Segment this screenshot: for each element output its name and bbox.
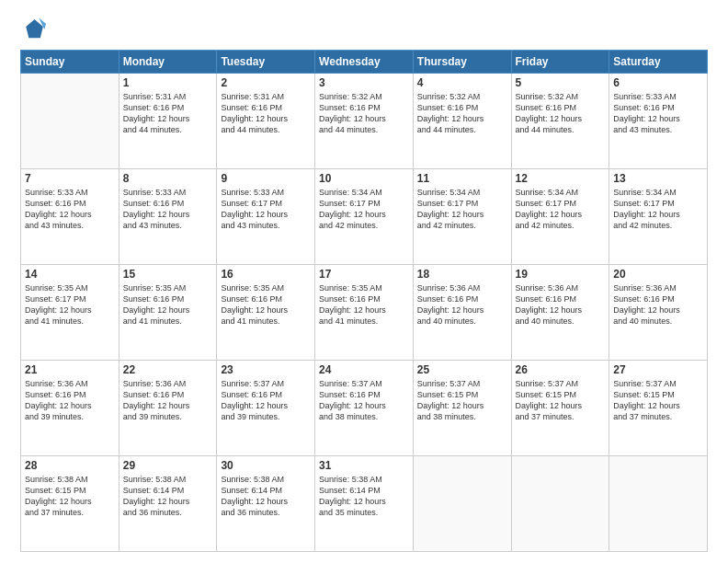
day-number: 27: [613, 363, 703, 376]
day-cell: 2Sunrise: 5:31 AM Sunset: 6:16 PM Daylig…: [217, 74, 315, 169]
day-cell: 22Sunrise: 5:36 AM Sunset: 6:16 PM Dayli…: [119, 361, 217, 456]
day-info: Sunrise: 5:32 AM Sunset: 6:16 PM Dayligh…: [516, 91, 606, 136]
day-info: Sunrise: 5:33 AM Sunset: 6:16 PM Dayligh…: [25, 187, 115, 232]
week-row-2: 7Sunrise: 5:33 AM Sunset: 6:16 PM Daylig…: [21, 169, 708, 265]
day-info: Sunrise: 5:38 AM Sunset: 6:14 PM Dayligh…: [123, 474, 213, 519]
day-cell: 11Sunrise: 5:34 AM Sunset: 6:17 PM Dayli…: [413, 169, 511, 265]
day-info: Sunrise: 5:33 AM Sunset: 6:17 PM Dayligh…: [221, 187, 311, 232]
day-cell: 24Sunrise: 5:37 AM Sunset: 6:16 PM Dayli…: [315, 361, 414, 456]
week-row-5: 28Sunrise: 5:38 AM Sunset: 6:15 PM Dayli…: [21, 456, 708, 552]
day-header-tuesday: Tuesday: [217, 51, 315, 74]
day-cell: 27Sunrise: 5:37 AM Sunset: 6:15 PM Dayli…: [609, 361, 708, 456]
day-number: 6: [613, 76, 703, 89]
day-cell: 14Sunrise: 5:35 AM Sunset: 6:17 PM Dayli…: [21, 265, 119, 361]
day-cell: 8Sunrise: 5:33 AM Sunset: 6:16 PM Daylig…: [119, 169, 217, 265]
day-number: 18: [417, 268, 507, 281]
header: [20, 17, 708, 42]
day-info: Sunrise: 5:35 AM Sunset: 6:16 PM Dayligh…: [123, 282, 213, 327]
day-number: 29: [123, 459, 213, 472]
day-info: Sunrise: 5:33 AM Sunset: 6:16 PM Dayligh…: [613, 91, 703, 136]
day-number: 17: [319, 268, 409, 281]
day-info: Sunrise: 5:31 AM Sunset: 6:16 PM Dayligh…: [221, 91, 311, 136]
week-row-3: 14Sunrise: 5:35 AM Sunset: 6:17 PM Dayli…: [21, 265, 708, 361]
day-cell: [21, 74, 119, 169]
day-info: Sunrise: 5:36 AM Sunset: 6:16 PM Dayligh…: [25, 378, 115, 423]
day-number: 22: [123, 363, 213, 376]
day-info: Sunrise: 5:31 AM Sunset: 6:16 PM Dayligh…: [123, 91, 213, 136]
day-cell: 23Sunrise: 5:37 AM Sunset: 6:16 PM Dayli…: [217, 361, 315, 456]
day-cell: 6Sunrise: 5:33 AM Sunset: 6:16 PM Daylig…: [609, 74, 708, 169]
week-row-1: 1Sunrise: 5:31 AM Sunset: 6:16 PM Daylig…: [21, 74, 708, 169]
day-number: 21: [25, 363, 115, 376]
day-number: 23: [221, 363, 311, 376]
day-number: 13: [613, 172, 703, 185]
day-cell: 9Sunrise: 5:33 AM Sunset: 6:17 PM Daylig…: [217, 169, 315, 265]
logo: [20, 17, 50, 42]
day-cell: 15Sunrise: 5:35 AM Sunset: 6:16 PM Dayli…: [119, 265, 217, 361]
day-header-sunday: Sunday: [21, 51, 119, 74]
day-info: Sunrise: 5:37 AM Sunset: 6:15 PM Dayligh…: [516, 378, 606, 423]
day-number: 26: [516, 363, 606, 376]
day-cell: 5Sunrise: 5:32 AM Sunset: 6:16 PM Daylig…: [511, 74, 609, 169]
day-info: Sunrise: 5:34 AM Sunset: 6:17 PM Dayligh…: [516, 187, 606, 232]
day-cell: 12Sunrise: 5:34 AM Sunset: 6:17 PM Dayli…: [511, 169, 609, 265]
day-number: 5: [516, 76, 606, 89]
day-number: 3: [319, 76, 409, 89]
day-cell: 16Sunrise: 5:35 AM Sunset: 6:16 PM Dayli…: [217, 265, 315, 361]
day-number: 12: [516, 172, 606, 185]
day-number: 30: [221, 459, 311, 472]
day-info: Sunrise: 5:38 AM Sunset: 6:15 PM Dayligh…: [25, 474, 115, 519]
day-info: Sunrise: 5:38 AM Sunset: 6:14 PM Dayligh…: [319, 474, 409, 519]
day-cell: 21Sunrise: 5:36 AM Sunset: 6:16 PM Dayli…: [21, 361, 119, 456]
day-header-monday: Monday: [119, 51, 217, 74]
day-header-friday: Friday: [511, 51, 609, 74]
day-info: Sunrise: 5:34 AM Sunset: 6:17 PM Dayligh…: [417, 187, 507, 232]
day-cell: 3Sunrise: 5:32 AM Sunset: 6:16 PM Daylig…: [315, 74, 414, 169]
day-info: Sunrise: 5:37 AM Sunset: 6:15 PM Dayligh…: [613, 378, 703, 423]
day-cell: [511, 456, 609, 552]
day-cell: 30Sunrise: 5:38 AM Sunset: 6:14 PM Dayli…: [217, 456, 315, 552]
day-cell: [609, 456, 708, 552]
day-cell: 1Sunrise: 5:31 AM Sunset: 6:16 PM Daylig…: [119, 74, 217, 169]
day-info: Sunrise: 5:35 AM Sunset: 6:17 PM Dayligh…: [25, 282, 115, 327]
day-header-saturday: Saturday: [609, 51, 708, 74]
day-number: 24: [319, 363, 409, 376]
day-info: Sunrise: 5:36 AM Sunset: 6:16 PM Dayligh…: [123, 378, 213, 423]
day-cell: 25Sunrise: 5:37 AM Sunset: 6:15 PM Dayli…: [413, 361, 511, 456]
day-info: Sunrise: 5:36 AM Sunset: 6:16 PM Dayligh…: [516, 282, 606, 327]
day-cell: 4Sunrise: 5:32 AM Sunset: 6:16 PM Daylig…: [413, 74, 511, 169]
day-cell: [413, 456, 511, 552]
day-number: 25: [417, 363, 507, 376]
day-cell: 7Sunrise: 5:33 AM Sunset: 6:16 PM Daylig…: [21, 169, 119, 265]
day-cell: 18Sunrise: 5:36 AM Sunset: 6:16 PM Dayli…: [413, 265, 511, 361]
day-number: 15: [123, 268, 213, 281]
day-info: Sunrise: 5:37 AM Sunset: 6:16 PM Dayligh…: [319, 378, 409, 423]
day-info: Sunrise: 5:34 AM Sunset: 6:17 PM Dayligh…: [613, 187, 703, 232]
day-number: 10: [319, 172, 409, 185]
day-cell: 31Sunrise: 5:38 AM Sunset: 6:14 PM Dayli…: [315, 456, 414, 552]
week-row-4: 21Sunrise: 5:36 AM Sunset: 6:16 PM Dayli…: [21, 361, 708, 456]
day-number: 8: [123, 172, 213, 185]
day-cell: 17Sunrise: 5:35 AM Sunset: 6:16 PM Dayli…: [315, 265, 414, 361]
day-info: Sunrise: 5:37 AM Sunset: 6:15 PM Dayligh…: [417, 378, 507, 423]
day-number: 28: [25, 459, 115, 472]
day-header-thursday: Thursday: [413, 51, 511, 74]
day-info: Sunrise: 5:35 AM Sunset: 6:16 PM Dayligh…: [319, 282, 409, 327]
day-cell: 26Sunrise: 5:37 AM Sunset: 6:15 PM Dayli…: [511, 361, 609, 456]
day-number: 14: [25, 268, 115, 281]
day-number: 20: [613, 268, 703, 281]
day-cell: 20Sunrise: 5:36 AM Sunset: 6:16 PM Dayli…: [609, 265, 708, 361]
svg-marker-0: [26, 19, 43, 38]
day-number: 1: [123, 76, 213, 89]
calendar-table: SundayMondayTuesdayWednesdayThursdayFrid…: [20, 50, 708, 552]
page: SundayMondayTuesdayWednesdayThursdayFrid…: [0, 0, 728, 563]
day-number: 2: [221, 76, 311, 89]
day-cell: 19Sunrise: 5:36 AM Sunset: 6:16 PM Dayli…: [511, 265, 609, 361]
day-info: Sunrise: 5:36 AM Sunset: 6:16 PM Dayligh…: [613, 282, 703, 327]
day-header-wednesday: Wednesday: [315, 51, 414, 74]
day-info: Sunrise: 5:33 AM Sunset: 6:16 PM Dayligh…: [123, 187, 213, 232]
day-cell: 29Sunrise: 5:38 AM Sunset: 6:14 PM Dayli…: [119, 456, 217, 552]
logo-icon: [20, 17, 46, 42]
header-row: SundayMondayTuesdayWednesdayThursdayFrid…: [21, 51, 708, 74]
day-info: Sunrise: 5:36 AM Sunset: 6:16 PM Dayligh…: [417, 282, 507, 327]
